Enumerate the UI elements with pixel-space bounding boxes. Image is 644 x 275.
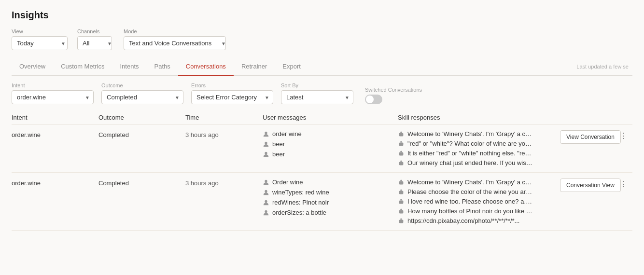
intent-select-wrapper[interactable]: order.wine order.beer greeting ▼ bbox=[12, 90, 94, 104]
filters-row: Intent order.wine order.beer greeting ▼ … bbox=[12, 76, 632, 109]
tab-custom-metrics[interactable]: Custom Metrics bbox=[53, 58, 112, 76]
svg-point-42 bbox=[402, 221, 403, 222]
intent-filter-label: Intent bbox=[12, 82, 94, 88]
svg-point-33 bbox=[400, 202, 401, 203]
mode-select[interactable]: Text and Voice Conversations Text Only V… bbox=[124, 36, 226, 50]
row2-resp-5: https://cdn.pixabay.com/photo/**/**/**/*… bbox=[398, 217, 556, 224]
svg-point-29 bbox=[400, 192, 401, 193]
tab-export[interactable]: Export bbox=[275, 58, 308, 76]
row2-resp-text-2: Please choose the color of the wine you … bbox=[407, 188, 533, 195]
row1-more-button[interactable]: ⋮ bbox=[618, 130, 630, 141]
errors-filter-label: Errors bbox=[191, 82, 273, 88]
svg-rect-36 bbox=[400, 208, 402, 210]
row1-resp-text-1: Welcome to 'Winery Chats'. I'm 'Grapy' a… bbox=[407, 130, 533, 138]
tab-paths[interactable]: Paths bbox=[147, 58, 178, 76]
tab-conversations[interactable]: Conversations bbox=[178, 58, 234, 76]
row1-msg-text-3: beer bbox=[272, 151, 285, 158]
row2-more-button[interactable]: ⋮ bbox=[618, 179, 630, 190]
svg-point-14 bbox=[402, 153, 403, 154]
tab-intents[interactable]: Intents bbox=[112, 58, 146, 76]
row2-resp-text-4: How many bottles of Pinot noir do you li… bbox=[407, 207, 533, 215]
row2-resp-1: Welcome to 'Winery Chats'. I'm 'Grapy' a… bbox=[398, 179, 556, 186]
view-control-group: View Today Yesterday Last 7 Days Last 30… bbox=[12, 28, 70, 50]
switched-conversations-label: Switched Conversations bbox=[365, 87, 422, 93]
channels-select-wrapper[interactable]: All Text Voice ▼ bbox=[77, 36, 116, 50]
svg-rect-4 bbox=[400, 131, 402, 133]
svg-rect-24 bbox=[400, 179, 402, 181]
tab-overview[interactable]: Overview bbox=[12, 58, 53, 76]
user-icon bbox=[263, 199, 269, 206]
svg-rect-39 bbox=[399, 220, 404, 223]
user-icon bbox=[263, 209, 269, 216]
header-intent: Intent bbox=[12, 114, 98, 121]
row2-message-3: redWines: Pinot noir bbox=[263, 199, 394, 206]
switched-conversations-toggle[interactable] bbox=[365, 95, 382, 104]
svg-rect-16 bbox=[400, 160, 402, 162]
svg-point-10 bbox=[402, 144, 403, 145]
svg-point-25 bbox=[400, 182, 401, 183]
svg-point-20 bbox=[265, 190, 267, 192]
svg-rect-3 bbox=[399, 133, 404, 136]
row2-resp-3: I love red wine too. Please choose one? … bbox=[398, 198, 556, 205]
svg-rect-23 bbox=[399, 181, 404, 184]
header-skill-responses: Skill responses bbox=[398, 114, 560, 121]
view-select-wrapper[interactable]: Today Yesterday Last 7 Days Last 30 Days… bbox=[12, 36, 70, 50]
errors-select[interactable]: Select Error Category NLU Error Skill Er… bbox=[191, 90, 273, 104]
row2-conversation-view-button[interactable]: Conversation View bbox=[560, 179, 621, 192]
outcome-filter-group: Outcome Completed Incomplete Abandoned ▼ bbox=[101, 82, 183, 104]
svg-point-1 bbox=[265, 141, 267, 144]
view-select[interactable]: Today Yesterday Last 7 Days Last 30 Days bbox=[12, 36, 68, 50]
svg-point-6 bbox=[402, 134, 403, 135]
svg-point-5 bbox=[400, 134, 401, 135]
svg-point-21 bbox=[265, 200, 267, 202]
row1-message-2: beer bbox=[263, 140, 394, 148]
svg-point-30 bbox=[402, 192, 403, 193]
row1-view-conversation-button[interactable]: View Conversation bbox=[560, 130, 621, 144]
row2-user-messages: Order wine wineTypes: red wine redWines:… bbox=[263, 179, 398, 216]
insights-page: Insights View Today Yesterday Last 7 Day… bbox=[0, 0, 644, 275]
svg-point-9 bbox=[400, 144, 401, 145]
row2-resp-text-5: https://cdn.pixabay.com/photo/**/**/**/*… bbox=[407, 217, 519, 224]
svg-point-0 bbox=[265, 131, 267, 134]
tab-retrainer[interactable]: Retrainer bbox=[234, 58, 275, 76]
row1-user-messages: order wine beer beer bbox=[263, 130, 398, 158]
svg-point-37 bbox=[400, 211, 401, 212]
row2-view-btn-cell: Conversation View bbox=[560, 179, 618, 192]
channels-control-group: Channels All Text Voice ▼ bbox=[77, 28, 116, 50]
channels-select[interactable]: All Text Voice bbox=[77, 36, 112, 50]
conversations-table: Intent Outcome Time User messages Skill … bbox=[12, 111, 632, 231]
row2-time: 3 hours ago bbox=[185, 179, 263, 187]
errors-select-wrapper[interactable]: Select Error Category NLU Error Skill Er… bbox=[191, 90, 273, 104]
intent-select[interactable]: order.wine order.beer greeting bbox=[12, 90, 94, 104]
bot-icon bbox=[398, 189, 405, 195]
row2-msg-text-4: orderSizes: a bottle bbox=[272, 209, 326, 216]
sortby-filter-label: Sort By bbox=[281, 82, 353, 88]
row2-skill-responses: Welcome to 'Winery Chats'. I'm 'Grapy' a… bbox=[398, 179, 560, 224]
row2-message-4: orderSizes: a bottle bbox=[263, 209, 394, 216]
row1-time: 3 hours ago bbox=[185, 130, 263, 138]
bot-icon bbox=[398, 160, 405, 166]
bot-icon bbox=[398, 150, 405, 157]
page-title: Insights bbox=[12, 10, 632, 21]
sortby-select[interactable]: Latest Oldest bbox=[281, 90, 353, 104]
row2-message-2: wineTypes: red wine bbox=[263, 189, 394, 196]
header-more bbox=[618, 114, 632, 121]
row1-message-1: order wine bbox=[263, 130, 394, 138]
header-actions bbox=[560, 114, 618, 121]
bot-icon bbox=[398, 198, 405, 205]
mode-label: Mode bbox=[124, 28, 230, 34]
svg-rect-15 bbox=[399, 162, 404, 165]
mode-select-wrapper[interactable]: Text and Voice Conversations Text Only V… bbox=[124, 36, 230, 50]
svg-point-38 bbox=[402, 211, 403, 212]
row1-intent: order.wine bbox=[12, 130, 98, 138]
row2-resp-text-1: Welcome to 'Winery Chats'. I'm 'Grapy' a… bbox=[407, 179, 533, 186]
bot-icon bbox=[398, 179, 405, 186]
user-icon bbox=[263, 131, 269, 138]
outcome-select[interactable]: Completed Incomplete Abandoned bbox=[101, 90, 183, 104]
row2-msg-text-2: wineTypes: red wine bbox=[272, 189, 329, 196]
outcome-select-wrapper[interactable]: Completed Incomplete Abandoned ▼ bbox=[101, 90, 183, 104]
channels-label: Channels bbox=[77, 28, 116, 34]
sortby-select-wrapper[interactable]: Latest Oldest ▼ bbox=[281, 90, 353, 104]
mode-control-group: Mode Text and Voice Conversations Text O… bbox=[124, 28, 230, 50]
svg-rect-31 bbox=[399, 200, 404, 204]
